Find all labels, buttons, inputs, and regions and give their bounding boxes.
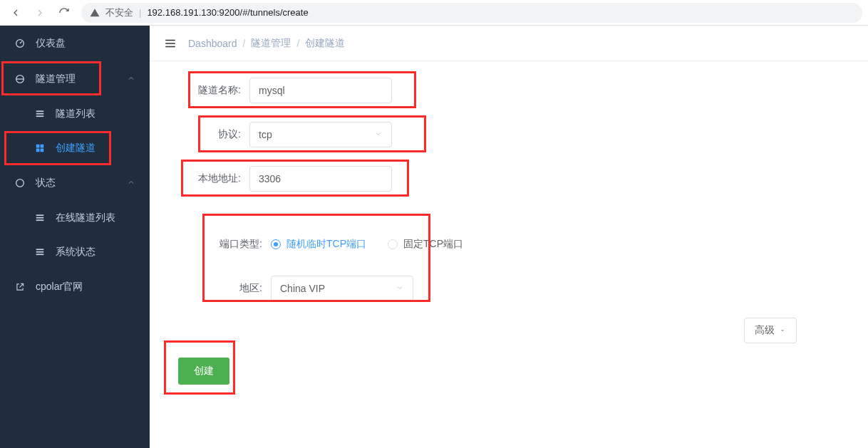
row-port-type: 端口类型: 随机临时TCP端口 固定TCP端口 [200,229,839,259]
chevron-down-icon [374,129,383,140]
sidebar-item-label: 隧道列表 [56,108,95,120]
submit-row: 创建 [178,358,839,385]
radio-label: 随机临时TCP端口 [286,238,366,251]
label-region: 地区: [200,282,271,295]
row-protocol: 协议: tcp [178,120,839,150]
breadcrumb-tunnel-mgmt[interactable]: 隧道管理 [251,37,291,50]
label-protocol: 协议: [178,128,249,141]
select-protocol[interactable]: tcp [249,122,392,147]
menu-toggle-icon[interactable] [164,37,177,50]
url-host: 192.168.191.130 [147,7,217,18]
grid-icon [34,143,46,153]
sidebar-item-label: 隧道管理 [36,73,76,85]
browser-toolbar: 不安全 | 192.168.191.130:9200/#/tunnels/cre… [0,0,868,26]
label-tunnel-name: 隧道名称: [178,84,249,97]
breadcrumb-separator: / [296,38,299,49]
select-protocol-value: tcp [259,129,272,140]
input-local-address[interactable] [249,166,392,192]
sidebar-item-label: 状态 [36,177,56,189]
svg-rect-15 [36,254,44,255]
sidebar-item-tunnel-mgmt[interactable]: 隧道管理 [0,61,150,97]
breadcrumb: Dashboard / 隧道管理 / 创建隧道 [188,37,345,50]
sidebar-item-system-status[interactable]: 系统状态 [0,235,150,269]
back-button[interactable] [6,3,26,23]
caret-down-icon [779,325,786,336]
svg-rect-3 [36,113,44,115]
chevron-down-icon [396,283,404,294]
create-button-label: 创建 [194,365,214,376]
radio-random-port[interactable]: 随机临时TCP端口 [271,238,366,251]
svg-rect-8 [41,149,44,152]
sidebar-item-status[interactable]: 状态 [0,165,150,201]
radio-dot-icon [271,239,281,249]
svg-rect-11 [36,217,44,219]
breadcrumb-create: 创建隧道 [305,37,345,50]
list-icon [34,109,46,119]
reload-button[interactable] [54,3,74,23]
svg-rect-6 [41,145,44,148]
list-icon [34,213,46,223]
row-region: 地区: China VIP [200,274,839,303]
svg-rect-2 [36,110,44,112]
label-port-type: 端口类型: [200,238,271,251]
tunnel-icon [14,73,26,85]
advanced-button[interactable]: 高级 [744,318,797,343]
svg-rect-5 [36,145,40,148]
sidebar-item-label: 创建隧道 [56,142,95,155]
svg-point-9 [16,179,24,187]
radio-dot-icon [388,239,398,249]
select-region[interactable]: China VIP [271,276,413,301]
radio-label: 固定TCP端口 [403,238,463,251]
forward-button[interactable] [30,3,50,23]
svg-rect-14 [36,251,44,253]
insecure-icon [90,8,100,18]
sidebar-item-label: 仪表盘 [36,37,66,50]
label-local-address: 本地地址: [178,172,249,185]
svg-rect-10 [36,214,44,216]
sidebar: 仪表盘 隧道管理 隧道列表 [0,26,150,448]
sidebar-item-dashboard[interactable]: 仪表盘 [0,26,150,61]
chevron-up-icon [127,177,135,189]
breadcrumb-separator: / [243,38,246,49]
radio-group-port-type: 随机临时TCP端口 固定TCP端口 [271,238,463,251]
svg-rect-7 [36,149,40,152]
row-local-address: 本地地址: [178,164,839,194]
main-content: Dashboard / 隧道管理 / 创建隧道 隧道名称: 协议: tcp [150,26,868,448]
address-bar[interactable]: 不安全 | 192.168.191.130:9200/#/tunnels/cre… [81,3,862,23]
input-tunnel-name[interactable] [249,78,392,103]
svg-rect-12 [36,219,44,221]
row-tunnel-name: 隧道名称: [178,75,839,105]
topbar: Dashboard / 隧道管理 / 创建隧道 [150,26,868,61]
advanced-row: 高级 [178,318,839,343]
list-icon [34,247,46,257]
sidebar-item-create-tunnel[interactable]: 创建隧道 [0,131,150,165]
create-tunnel-form: 隧道名称: 协议: tcp 本地地址: 端口类型: [150,61,868,399]
sidebar-item-cpolar-site[interactable]: cpolar官网 [0,269,150,305]
sidebar-item-tunnel-list[interactable]: 隧道列表 [0,97,150,131]
url-text: 192.168.191.130:9200/#/tunnels/create [147,7,308,18]
insecure-label: 不安全 [105,6,133,19]
svg-rect-13 [36,249,44,250]
breadcrumb-dashboard[interactable]: Dashboard [188,38,237,49]
sidebar-item-online-tunnels[interactable]: 在线隧道列表 [0,201,150,235]
url-path: :9200/#/tunnels/create [217,7,309,18]
status-icon [14,177,26,189]
external-link-icon [14,282,26,292]
radio-fixed-port[interactable]: 固定TCP端口 [388,238,463,251]
sidebar-item-label: cpolar官网 [36,281,83,293]
create-button[interactable]: 创建 [178,358,229,385]
chevron-up-icon [127,73,135,85]
dashboard-icon [14,38,26,49]
sidebar-item-label: 系统状态 [56,246,95,259]
advanced-label: 高级 [755,324,775,337]
svg-rect-4 [36,115,44,117]
select-region-value: China VIP [280,283,325,294]
sidebar-item-label: 在线隧道列表 [56,212,115,224]
address-separator: | [139,7,141,18]
